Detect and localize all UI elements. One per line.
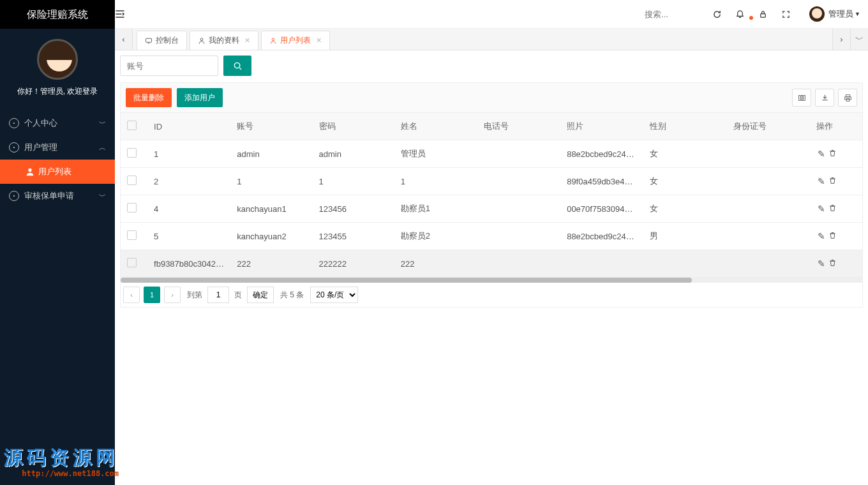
edit-icon[interactable]: ✎ xyxy=(816,231,827,241)
svg-rect-8 xyxy=(803,95,804,100)
svg-rect-1 xyxy=(761,13,766,17)
bell-icon[interactable] xyxy=(735,10,758,19)
caret-down-icon: ▼ xyxy=(855,11,860,17)
person-icon xyxy=(198,37,206,45)
circle-icon: • xyxy=(9,142,19,153)
col-account[interactable]: 账号 xyxy=(230,113,312,140)
export-icon[interactable] xyxy=(815,89,834,107)
global-search-input[interactable] xyxy=(642,6,712,23)
cell-password: 1 xyxy=(313,168,394,195)
cell-id: 4 xyxy=(147,195,230,223)
col-password[interactable]: 密码 xyxy=(313,113,394,140)
add-user-button[interactable]: 添加用户 xyxy=(177,88,223,107)
cell-photo: 88e2bcbed9c245... xyxy=(560,223,643,250)
cell-account: admin xyxy=(230,140,312,168)
tab-scroll-right[interactable]: › xyxy=(832,29,850,50)
table-row[interactable]: 5kanchayuan2123455勘察员288e2bcbed9c245...男… xyxy=(121,223,862,250)
delete-icon[interactable] xyxy=(828,231,839,239)
side-menu: • 个人中心 ﹀ • 用户管理 ︿ 用户列表 • 审核保单申请 ﹀ xyxy=(0,111,115,208)
menu-toggle-icon[interactable] xyxy=(115,9,144,19)
row-checkbox[interactable] xyxy=(127,258,137,267)
tab-console[interactable]: 控制台 xyxy=(137,31,187,50)
page-next[interactable]: › xyxy=(164,287,181,303)
table-row[interactable]: 1adminadmin管理员88e2bcbed9c245...女✎ xyxy=(121,140,862,168)
tab-profile[interactable]: 我的资料 ✕ xyxy=(190,31,258,50)
sidebar-item-users[interactable]: • 用户管理 ︿ xyxy=(0,135,115,160)
user-menu[interactable]: 管理员 ▼ xyxy=(828,8,860,20)
cell-phone xyxy=(477,195,560,223)
bulk-delete-button[interactable]: 批量删除 xyxy=(126,88,172,107)
tab-list: 控制台 我的资料 ✕ 用户列表 ✕ xyxy=(133,29,832,50)
cell-ops: ✎ xyxy=(810,140,862,168)
monitor-icon xyxy=(145,37,153,45)
close-icon[interactable]: ✕ xyxy=(244,36,250,45)
page-number[interactable]: 1 xyxy=(144,287,160,303)
edit-icon[interactable]: ✎ xyxy=(816,176,827,186)
perpage-select[interactable]: 20 条/页 xyxy=(310,287,358,303)
tab-more-icon[interactable]: ﹀ xyxy=(850,29,868,50)
col-name[interactable]: 姓名 xyxy=(394,113,477,140)
refresh-icon[interactable] xyxy=(712,10,735,19)
avatar[interactable] xyxy=(37,39,78,80)
goto-label: 到第 xyxy=(187,290,202,301)
cell-password: 123456 xyxy=(313,195,394,223)
greeting-text: 你好！管理员, 欢迎登录 xyxy=(0,86,115,97)
tab-user-list[interactable]: 用户列表 ✕ xyxy=(261,31,330,50)
row-checkbox[interactable] xyxy=(127,230,137,240)
edit-icon[interactable]: ✎ xyxy=(816,149,827,159)
edit-icon[interactable]: ✎ xyxy=(816,258,827,269)
cell-photo: 89f0a459db3e42c... xyxy=(560,168,643,195)
delete-icon[interactable] xyxy=(828,204,839,212)
sidebar-item-audit[interactable]: • 审核保单申请 ﹀ xyxy=(0,184,115,208)
filter-search-button[interactable] xyxy=(223,56,251,76)
svg-rect-9 xyxy=(846,94,850,96)
print-icon[interactable] xyxy=(838,89,857,107)
sidebar-item-personal[interactable]: • 个人中心 ﹀ xyxy=(0,111,115,135)
scrollbar-thumb[interactable] xyxy=(121,278,692,283)
filter-account-input[interactable] xyxy=(120,56,218,76)
columns-icon[interactable] xyxy=(792,89,811,107)
col-photo[interactable]: 照片 xyxy=(560,113,643,140)
svg-rect-6 xyxy=(798,95,800,100)
svg-point-5 xyxy=(234,63,239,68)
close-icon[interactable]: ✕ xyxy=(316,36,322,45)
col-id[interactable]: ID xyxy=(147,113,230,140)
delete-icon[interactable] xyxy=(828,149,839,157)
cell-phone xyxy=(477,140,560,168)
goto-confirm-button[interactable]: 确定 xyxy=(247,287,274,303)
cell-password: admin xyxy=(313,140,394,168)
delete-icon[interactable] xyxy=(828,258,839,267)
filter-bar xyxy=(120,56,863,76)
sidebar-sub-user-list[interactable]: 用户列表 xyxy=(0,160,115,184)
edit-icon[interactable]: ✎ xyxy=(816,204,827,214)
row-checkbox[interactable] xyxy=(127,148,137,158)
table-row[interactable]: 211189f0a459db3e42c...女✎ xyxy=(121,168,862,195)
tab-scroll-left[interactable]: ‹ xyxy=(115,29,133,50)
cell-photo: 88e2bcbed9c245... xyxy=(560,140,643,168)
col-gender[interactable]: 性别 xyxy=(643,113,726,140)
goto-page-input[interactable] xyxy=(207,287,229,303)
checkbox-all[interactable] xyxy=(127,121,137,130)
cell-name: 勘察员1 xyxy=(394,195,477,223)
cell-account: kanchayuan1 xyxy=(230,195,312,223)
table-row[interactable]: 4kanchayuan1123456勘察员100e70f758309438...… xyxy=(121,195,862,223)
cell-id: 2 xyxy=(147,168,230,195)
cell-idcard xyxy=(727,250,810,278)
svg-point-0 xyxy=(28,168,31,172)
topbar: 管理员 ▼ xyxy=(115,0,868,29)
user-avatar-mini[interactable] xyxy=(809,6,825,22)
delete-icon[interactable] xyxy=(828,176,839,184)
col-phone[interactable]: 电话号 xyxy=(477,113,560,140)
col-idcard[interactable]: 身份证号 xyxy=(727,113,810,140)
horizontal-scrollbar[interactable] xyxy=(121,278,862,283)
page-prev[interactable]: ‹ xyxy=(123,287,140,303)
table-row[interactable]: fb9387b80c30421...222222222222✎ xyxy=(121,250,862,278)
lock-icon[interactable] xyxy=(758,10,781,19)
row-checkbox[interactable] xyxy=(127,175,137,185)
cell-name: 222 xyxy=(394,250,477,278)
col-ops: 操作 xyxy=(810,113,862,140)
row-checkbox[interactable] xyxy=(127,203,137,213)
cell-ops: ✎ xyxy=(810,168,862,195)
chevron-down-icon: ﹀ xyxy=(99,191,106,201)
fullscreen-icon[interactable] xyxy=(781,10,804,19)
